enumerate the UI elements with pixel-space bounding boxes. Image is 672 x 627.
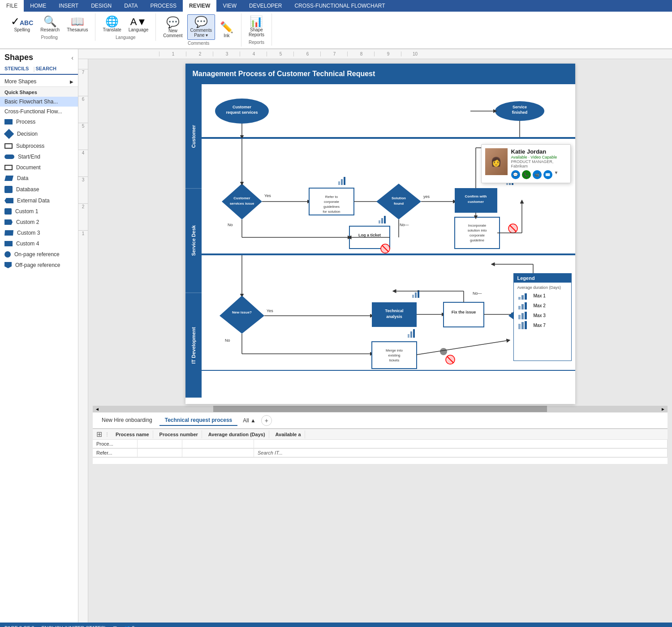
vruler-2: 2 xyxy=(78,203,88,230)
bottom-tabs: New Hire onboarding Technical request pr… xyxy=(93,412,668,428)
data-panel-icon[interactable]: ⊞ xyxy=(96,430,102,438)
shape-reports-button[interactable]: 📊 ShapeReports xyxy=(246,14,267,39)
svg-rect-108 xyxy=(525,321,527,329)
data-cell-process-name: Proce... xyxy=(93,440,138,448)
svg-rect-97 xyxy=(518,297,521,300)
persona-email-button[interactable]: ✉️ xyxy=(543,170,552,179)
shape-item-onpage[interactable]: On-page reference xyxy=(0,249,78,260)
status-authors[interactable]: 👥 2 xyxy=(124,625,134,627)
canvas-content[interactable]: Management Process of Customer Technical… xyxy=(88,59,672,623)
scroll-right-button[interactable]: ► xyxy=(659,406,668,412)
comments-pane-button[interactable]: 💬 CommentsPane ▾ xyxy=(187,14,215,40)
tab-crossfunctional[interactable]: CROSS-FUNCTIONAL FLOWCHART xyxy=(288,0,391,12)
horizontal-ruler: 1 2 3 4 5 6 7 8 9 10 xyxy=(78,49,672,59)
shape-item-decision[interactable]: Decision xyxy=(0,127,78,141)
custom1-label: Custom 1 xyxy=(15,208,38,215)
shape-item-database[interactable]: Database xyxy=(0,184,78,195)
svg-text:Log a ticket: Log a ticket xyxy=(358,233,380,237)
persona-phone-button[interactable]: 📞 xyxy=(522,170,531,179)
comments-items: 💬 NewComment 💬 CommentsPane ▾ ✏️ Ink xyxy=(160,14,237,40)
language-button[interactable]: A▼ Language xyxy=(126,15,151,34)
thesaurus-icon: 📖 xyxy=(71,16,84,27)
swim-lane-labels: Customer Service Desk IT Development xyxy=(185,84,202,398)
data-cell-refer-search: Search IT... xyxy=(254,449,668,457)
persona-more-button[interactable]: ▼ xyxy=(554,170,559,179)
diagram-container: Management Process of Customer Technical… xyxy=(185,64,575,404)
custom4-icon xyxy=(4,241,13,246)
persona-chat-button[interactable]: 💬 xyxy=(511,170,520,179)
add-tab-button[interactable]: + xyxy=(261,415,272,426)
vruler-7: 7 xyxy=(78,69,88,96)
data-label: Data xyxy=(17,175,28,181)
shape-item-custom2[interactable]: Custom 2 xyxy=(0,217,78,228)
legend-bars-max1 xyxy=(517,292,531,300)
basic-flowchart-menu[interactable]: Basic Flowchart Sha... xyxy=(0,97,78,107)
tab-developer[interactable]: DEVELOPER xyxy=(243,0,288,12)
research-button[interactable]: 🔍 Research xyxy=(38,14,62,34)
thesaurus-button[interactable]: 📖 Thesaurus xyxy=(64,14,90,34)
basic-flowchart-label: Basic Flowchart Sha... xyxy=(4,99,58,105)
cross-functional-menu[interactable]: Cross-Functional Flow... xyxy=(0,107,78,116)
main-layout: Shapes ‹ STENCILS | SEARCH More Shapes ▶… xyxy=(0,49,672,623)
translate-label: Translate xyxy=(103,27,121,32)
data-panel-menu[interactable]: ⋮ xyxy=(105,432,109,437)
shape-item-custom3[interactable]: Custom 3 xyxy=(0,228,78,238)
data-cell-refer-duration xyxy=(182,449,254,457)
shape-item-document[interactable]: Document xyxy=(0,162,78,173)
tab-new-hire[interactable]: New Hire onboarding xyxy=(96,415,158,426)
shape-item-subprocess[interactable]: Subprocess xyxy=(0,141,78,151)
shape-item-data[interactable]: Data xyxy=(0,173,78,184)
data-row-process[interactable]: Proce... xyxy=(93,440,668,449)
data-row-refer[interactable]: Refer... Search IT... xyxy=(93,449,668,458)
tab-design[interactable]: DESIGN xyxy=(85,0,118,12)
shape-item-custom4[interactable]: Custom 4 xyxy=(0,238,78,249)
tab-insert[interactable]: INSERT xyxy=(52,0,85,12)
comments-group-label: Comments xyxy=(188,41,209,46)
ruler-6: 6 xyxy=(293,52,320,56)
tab-data[interactable]: DATA xyxy=(118,0,144,12)
horizontal-scrollbar[interactable] xyxy=(102,406,659,412)
shape-item-custom1[interactable]: Custom 1 xyxy=(0,206,78,217)
tab-home[interactable]: HOME xyxy=(24,0,52,12)
shapes-collapse-button[interactable]: ‹ xyxy=(71,54,73,61)
data-cell-refer-name: Refer... xyxy=(93,449,138,457)
translate-icon: 🌐 xyxy=(105,16,119,27)
svg-text:Yes: Yes xyxy=(267,309,273,313)
tab-file[interactable]: FILE xyxy=(0,0,24,12)
shapes-nav-search[interactable]: SEARCH xyxy=(36,64,60,74)
tab-all[interactable]: All ▲ xyxy=(239,416,259,425)
tab-process[interactable]: PROCESS xyxy=(144,0,183,12)
ribbon-group-reports: 📊 ShapeReports Reports xyxy=(241,13,272,46)
persona-video-button[interactable]: 📹 xyxy=(533,170,542,179)
tab-review[interactable]: REVIEW xyxy=(183,0,216,12)
more-shapes-arrow: ▶ xyxy=(70,79,73,84)
shape-item-offpage[interactable]: Off-page reference xyxy=(0,260,78,271)
scroll-left-button[interactable]: ◄ xyxy=(93,406,102,412)
legend-subtitle: Average duration (Days) xyxy=(517,285,568,290)
svg-text:corporate: corporate xyxy=(324,200,339,204)
spelling-icon: ✓ABC xyxy=(11,16,33,27)
tab-view[interactable]: VIEW xyxy=(216,0,243,12)
new-comment-button[interactable]: 💬 NewComment xyxy=(160,15,185,40)
tab-technical-request[interactable]: Technical request process xyxy=(159,415,238,426)
lane-customer: Customer request services Service finish… xyxy=(202,84,575,138)
custom1-icon xyxy=(4,208,12,215)
svg-text:Refer to: Refer to xyxy=(325,195,338,199)
ruler-marks: 1 2 3 4 5 6 7 8 9 10 xyxy=(159,52,428,56)
language-label: Language xyxy=(129,27,149,32)
shapes-header: Shapes ‹ xyxy=(0,49,78,64)
ink-button[interactable]: ✏️ Ink xyxy=(217,20,237,40)
svg-point-95 xyxy=(440,348,447,355)
svg-rect-106 xyxy=(518,324,521,329)
shape-item-process[interactable]: Process xyxy=(0,116,78,127)
spelling-button[interactable]: ✓ABC Spelling xyxy=(8,14,36,34)
cross-functional-label: Cross-Functional Flow... xyxy=(4,108,62,115)
svg-text:No: No xyxy=(228,223,233,227)
ribbon-tabs: FILE HOME INSERT DESIGN DATA PROCESS REV… xyxy=(0,0,672,12)
translate-button[interactable]: 🌐 Translate xyxy=(100,14,124,34)
shapes-nav-stencils[interactable]: STENCILS xyxy=(4,64,32,75)
more-shapes-menu[interactable]: More Shapes ▶ xyxy=(0,77,78,86)
shape-item-startend[interactable]: Start/End xyxy=(0,151,78,162)
shape-item-externaldata[interactable]: External Data xyxy=(0,195,78,206)
customer-lane-svg: Customer request services Service finish… xyxy=(202,84,575,138)
